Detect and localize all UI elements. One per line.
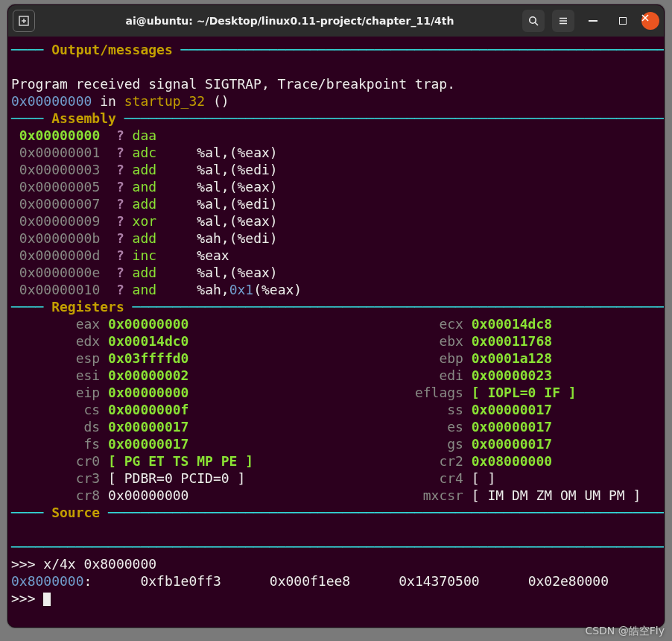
close-button[interactable] — [641, 12, 659, 30]
register-row: fs 0x00000017 gs 0x00000017 — [11, 435, 661, 452]
asm-line: 0x00000001 ? adc %al,(%eax) — [11, 144, 661, 161]
cursor — [43, 593, 51, 606]
prompt-line[interactable]: >>> x/4x 0x8000000 — [11, 555, 661, 572]
section-header-output: ──── Output/messages ───────────────────… — [11, 41, 661, 58]
terminal-window: ai@ubuntu: ~/Desktop/linux0.11-project/c… — [7, 4, 665, 628]
asm-line: 0x00000009 ? xor %al,(%eax) — [11, 212, 661, 230]
asm-line: 0x0000000b ? add %ah,(%edi) — [11, 230, 661, 247]
register-row: cr8 0x00000000 mxcsr [ IM DM ZM OM UM PM… — [11, 487, 661, 504]
section-header-registers: ──── Registers ─────────────────────────… — [11, 298, 661, 315]
asm-line: 0x00000010 ? and %ah,0x1(%eax) — [11, 281, 661, 298]
memory-output: 0x8000000: 0xfb1e0ff3 0x000f1ee8 0x14370… — [11, 572, 661, 590]
section-header-source: ──── Source ────────────────────────────… — [11, 504, 661, 521]
register-row: cr3 [ PDBR=0 PCID=0 ] cr4 [ ] — [11, 470, 661, 487]
window-title: ai@ubuntu: ~/Desktop/linux0.11-project/c… — [57, 15, 522, 27]
register-row: eip 0x00000000 eflags [ IOPL=0 IF ] — [11, 384, 661, 401]
register-row: eax 0x00000000 ecx 0x00014dc8 — [11, 315, 661, 332]
terminal-body[interactable]: ──── Output/messages ───────────────────… — [8, 37, 664, 611]
asm-line: 0x0000000e ? add %al,(%eax) — [11, 264, 661, 281]
blank-line — [11, 521, 661, 538]
output-line: 0x00000000 in startup_32 () — [11, 92, 661, 110]
register-row: cr0 [ PG ET TS MP PE ] cr2 0x08000000 — [11, 452, 661, 470]
section-header-assembly: ──── Assembly ──────────────────────────… — [11, 110, 661, 127]
asm-line: 0x0000000d ? inc %eax — [11, 247, 661, 264]
prompt-line[interactable]: >>> — [11, 590, 661, 607]
svg-point-3 — [530, 17, 536, 23]
blank-line — [11, 58, 661, 75]
asm-line: 0x00000007 ? add %al,(%edi) — [11, 195, 661, 212]
asm-line: 0x00000003 ? add %al,(%edi) — [11, 161, 661, 178]
asm-line: 0x00000000 ? daa — [11, 127, 661, 144]
watermark: CSDN @皓空Fly — [585, 625, 665, 638]
divider: ────────────────────────────────────────… — [11, 538, 661, 555]
register-row: edx 0x00014dc0 ebx 0x00011768 — [11, 332, 661, 350]
register-row: ds 0x00000017 es 0x00000017 — [11, 418, 661, 435]
minimize-button[interactable] — [582, 10, 604, 32]
maximize-button[interactable] — [612, 10, 634, 32]
search-button[interactable] — [522, 10, 545, 32]
register-row: esp 0x03ffffd0 ebp 0x0001a128 — [11, 350, 661, 367]
svg-line-4 — [535, 22, 538, 25]
titlebar[interactable]: ai@ubuntu: ~/Desktop/linux0.11-project/c… — [8, 5, 664, 37]
register-row: cs 0x0000000f ss 0x00000017 — [11, 401, 661, 418]
new-tab-icon[interactable] — [13, 10, 35, 32]
asm-line: 0x00000005 ? and %al,(%eax) — [11, 178, 661, 195]
menu-button[interactable] — [552, 10, 574, 32]
output-line: Program received signal SIGTRAP, Trace/b… — [11, 75, 661, 92]
register-row: esi 0x00000002 edi 0x00000023 — [11, 367, 661, 384]
